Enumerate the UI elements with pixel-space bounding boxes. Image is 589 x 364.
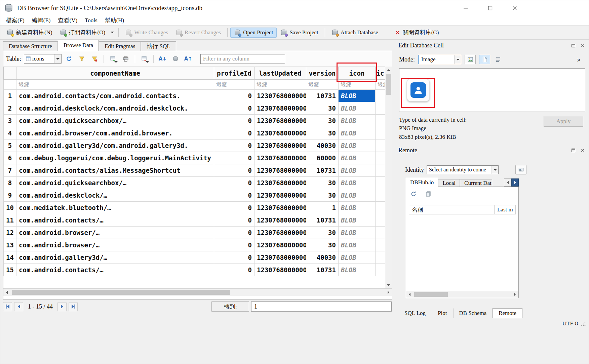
cell-profileid[interactable]: 0	[214, 202, 254, 214]
tab-browse-data[interactable]: Browse Data	[58, 40, 99, 51]
cell-componentname[interactable]: com.android.browser/…	[16, 227, 214, 239]
cell-truncated[interactable]	[376, 164, 385, 177]
cell-truncated[interactable]	[376, 264, 385, 276]
close-button[interactable]	[502, 0, 527, 15]
filter-icon-input[interactable]: 過濾	[339, 80, 376, 90]
row-number[interactable]: 15	[4, 264, 16, 276]
col-header-componentname[interactable]: componentName	[16, 67, 214, 80]
row-number[interactable]: 9	[4, 189, 16, 202]
cell-lastupdated[interactable]: 1230768000000	[254, 189, 306, 202]
cell-profileid[interactable]: 0	[214, 214, 254, 227]
cell-version[interactable]: 30	[306, 115, 339, 127]
row-number[interactable]: 2	[4, 102, 16, 115]
goto-button[interactable]: 轉到:	[211, 301, 249, 312]
cell-componentname[interactable]: com.android.contacts/…	[16, 264, 214, 276]
import-data-button[interactable]	[465, 55, 476, 64]
remote-clone-button[interactable]	[424, 190, 433, 198]
identity-select[interactable]: Select an identity to conne	[427, 165, 499, 174]
previous-page-button[interactable]	[14, 302, 23, 311]
row-number[interactable]: 12	[4, 227, 16, 239]
cell-profileid[interactable]: 0	[214, 90, 254, 102]
cell-lastupdated[interactable]: 1230768000000	[254, 127, 306, 139]
remote-scroll-left-button[interactable]	[406, 291, 413, 298]
row-number[interactable]: 7	[4, 164, 16, 177]
cell-version[interactable]: 10731	[306, 264, 339, 276]
vertical-scroll-thumb[interactable]	[386, 74, 391, 95]
col-header-truncated[interactable]: ic	[376, 67, 385, 80]
refresh-button[interactable]	[64, 54, 74, 64]
col-header-version[interactable]: version	[306, 67, 339, 80]
remote-col-last-modified[interactable]: Last m	[495, 205, 515, 214]
scroll-up-button[interactable]	[385, 67, 392, 73]
menu-view[interactable]: 查看(V)	[54, 15, 81, 25]
insert-record-button[interactable]	[139, 54, 150, 64]
cell-lastupdated[interactable]: 1230768000000	[254, 102, 306, 115]
print-button[interactable]	[120, 54, 131, 64]
row-number[interactable]: 6	[4, 152, 16, 164]
cell-lastupdated[interactable]: 1230768000000	[254, 251, 306, 264]
cell-truncated[interactable]	[376, 102, 385, 115]
cell-lastupdated[interactable]: 1230768000000	[254, 90, 306, 102]
cell-componentname[interactable]: com.android.contacts/…	[16, 214, 214, 227]
tab-local[interactable]: Local	[438, 179, 460, 187]
remote-scroll-thumb[interactable]	[414, 292, 448, 297]
tab-db-schema[interactable]: DB Schema	[453, 308, 493, 318]
cell-lastupdated[interactable]: 1230768000000	[254, 227, 306, 239]
cell-truncated[interactable]	[376, 214, 385, 227]
cell-icon[interactable]: BLOB	[339, 239, 376, 251]
table-select[interactable]: icons	[24, 54, 62, 64]
cell-icon[interactable]: BLOB	[339, 127, 376, 139]
filter-componentname-input[interactable]: 過濾	[16, 80, 214, 90]
write-changes-button[interactable]: Write Changes	[121, 28, 172, 38]
clear-filters-button[interactable]	[76, 54, 87, 64]
tab-scroll-right-button[interactable]	[511, 178, 519, 187]
save-filter-button[interactable]	[89, 54, 100, 64]
tab-execute-sql[interactable]: 執行 SQL	[141, 41, 176, 51]
horizontal-scrollbar[interactable]	[3, 288, 392, 296]
cell-icon[interactable]: BLOB	[339, 90, 376, 102]
cell-profileid[interactable]: 0	[214, 264, 254, 276]
menu-file[interactable]: 檔案(F)	[2, 15, 28, 25]
cell-profileid[interactable]: 0	[214, 164, 254, 177]
cell-profileid[interactable]: 0	[214, 189, 254, 202]
overflow-chevron[interactable]: »	[577, 55, 581, 64]
cell-componentname[interactable]: com.android.browser/com.android.browser.	[16, 127, 214, 139]
cell-lastupdated[interactable]: 1230768000000	[254, 239, 306, 251]
cell-lastupdated[interactable]: 1230768000000	[254, 264, 306, 276]
cell-componentname[interactable]: com.android.gallery3d/com.android.galler…	[16, 139, 214, 152]
cell-version[interactable]: 30	[306, 177, 339, 189]
cell-truncated[interactable]	[376, 227, 385, 239]
tab-remote[interactable]: Remote	[493, 308, 522, 318]
cell-version[interactable]: 30	[306, 127, 339, 139]
row-number[interactable]: 11	[4, 214, 16, 227]
cell-icon[interactable]: BLOB	[339, 214, 376, 227]
tab-current-database[interactable]: Current Dat	[460, 179, 492, 187]
cell-lastupdated[interactable]: 1230768000000	[254, 115, 306, 127]
revert-changes-button[interactable]: Revert Changes	[172, 28, 225, 38]
cell-profileid[interactable]: 0	[214, 127, 254, 139]
scroll-right-button[interactable]	[385, 289, 392, 296]
cell-truncated[interactable]	[376, 202, 385, 214]
cell-icon[interactable]: BLOB	[339, 164, 376, 177]
filter-version-input[interactable]: 過濾	[306, 80, 339, 90]
cell-componentname[interactable]: com.android.contacts/alias.MessageShortc…	[16, 164, 214, 177]
cell-truncated[interactable]	[376, 177, 385, 189]
sort-asc-button[interactable]: A↓	[157, 54, 168, 64]
remote-scroll-right-button[interactable]	[511, 291, 518, 298]
goto-record-input[interactable]	[251, 301, 392, 312]
cell-profileid[interactable]: 0	[214, 227, 254, 239]
cell-componentname[interactable]: com.debug.loggerui/com.debug.loggerui.Ma…	[16, 152, 214, 164]
global-filter-input[interactable]	[200, 54, 285, 64]
cell-profileid[interactable]: 0	[214, 177, 254, 189]
cell-truncated[interactable]	[376, 127, 385, 139]
horizontal-scroll-thumb[interactable]	[12, 290, 230, 295]
cell-icon[interactable]: BLOB	[339, 177, 376, 189]
attach-database-button[interactable]: Attach Database	[328, 28, 382, 38]
menu-help[interactable]: 幫助(H)	[101, 15, 128, 25]
filter-lastupdated-input[interactable]: 過濾	[254, 80, 306, 90]
cell-icon[interactable]: BLOB	[339, 202, 376, 214]
cell-profileid[interactable]: 0	[214, 115, 254, 127]
cell-componentname[interactable]: com.android.gallery3d/…	[16, 251, 214, 264]
grid-corner-cell[interactable]	[4, 67, 16, 80]
cell-truncated[interactable]	[376, 189, 385, 202]
